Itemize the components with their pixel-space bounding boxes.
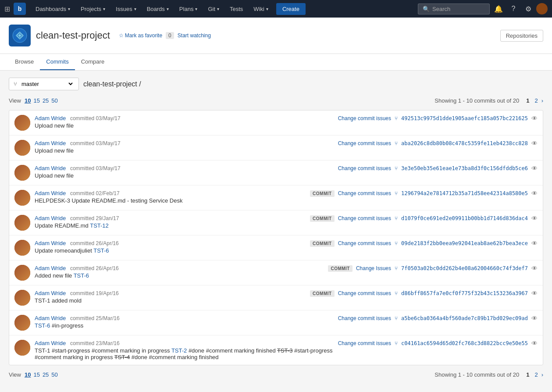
search-input[interactable]	[432, 6, 485, 12]
view-15-link[interactable]: 15	[33, 97, 39, 104]
watch-commit-icon[interactable]: 👁	[531, 340, 538, 347]
nav-plans[interactable]: Plans ▾	[175, 0, 202, 18]
next-page-icon[interactable]: ›	[541, 97, 543, 104]
commit-author-link[interactable]: Adam Wride	[35, 215, 66, 221]
commit-hash-icon: ⑂	[395, 265, 398, 271]
commit-author-link[interactable]: Adam Wride	[35, 265, 66, 271]
view-25-link[interactable]: 25	[43, 97, 49, 104]
change-commit-link[interactable]: Change commit issues	[338, 290, 391, 296]
change-commit-link[interactable]: Change commit issues	[338, 340, 391, 346]
change-commit-link[interactable]: Change commit issues	[338, 140, 391, 146]
grid-icon[interactable]: ⊞	[4, 5, 10, 13]
nav-boards[interactable]: Boards ▾	[142, 0, 173, 18]
issue-link[interactable]: TST-2	[171, 347, 187, 354]
next-page-icon-bottom[interactable]: ›	[541, 371, 543, 378]
change-commit-link[interactable]: Change Issues	[356, 265, 391, 271]
commit-hash-link[interactable]: 7f0503a02bc0dd262b4e08a62004660c74f3def7	[401, 265, 528, 271]
commit-author-link[interactable]: Adam Wride	[35, 315, 66, 321]
user-avatar[interactable]	[536, 3, 548, 14]
repositories-button[interactable]: Repositories	[500, 30, 543, 42]
tab-compare[interactable]: Compare	[75, 54, 110, 70]
commit-info: Adam Wride committed 26/Apr/16 Added new…	[35, 265, 324, 279]
chevron-down-icon: ▾	[103, 7, 105, 11]
commit-hash-icon: ⑂	[395, 240, 398, 246]
start-watching-link[interactable]: Start watching	[178, 32, 211, 39]
commit-hash-link[interactable]: a5be6cba0364a4bf560ade7c89b17bd029ec09ad	[401, 315, 528, 321]
view-label-bottom: View	[9, 371, 21, 378]
view-50-link[interactable]: 50	[51, 97, 57, 104]
branch-selector[interactable]: ⑂ master develop	[9, 78, 79, 90]
page-1-link[interactable]: 1	[524, 96, 531, 105]
project-actions: ☆ Mark as favorite 0 Start watching	[119, 32, 211, 39]
notifications-icon[interactable]: 🔔	[491, 2, 506, 16]
search-bar[interactable]: 🔍	[418, 4, 490, 14]
view-50-link-bottom[interactable]: 50	[51, 371, 57, 378]
commit-date: committed 03/May/17	[70, 165, 121, 171]
commit-author-link[interactable]: Adam Wride	[35, 240, 66, 246]
nav-wiki[interactable]: Wiki ▾	[249, 0, 273, 18]
watch-commit-icon[interactable]: 👁	[531, 240, 538, 247]
nav-git[interactable]: Git ▾	[203, 0, 224, 18]
issue-link[interactable]: TST-6	[35, 322, 50, 329]
commit-hash-link[interactable]: 09de2183f2bb0eea9e92041eab8ae62b7bea3ece	[401, 240, 528, 246]
commit-hash-link[interactable]: 492513c9975d1dde1905aaefc185a057bc221625	[401, 115, 528, 121]
watch-commit-icon[interactable]: 👁	[531, 190, 538, 197]
commit-author-link[interactable]: Adam Wride	[35, 165, 66, 171]
commit-author-link[interactable]: Adam Wride	[35, 115, 66, 121]
commit-author-link[interactable]: Adam Wride	[35, 290, 66, 296]
tab-commits[interactable]: Commits	[40, 54, 75, 70]
issue-link[interactable]: TST-6	[93, 247, 109, 254]
change-commit-link[interactable]: Change commit issues	[338, 115, 391, 121]
commit-author-link[interactable]: Adam Wride	[35, 190, 66, 196]
settings-icon[interactable]: ⚙	[521, 2, 535, 16]
help-icon[interactable]: ?	[506, 2, 520, 16]
app-logo[interactable]: b	[14, 3, 26, 15]
nav-dashboards[interactable]: Dashboards ▾	[31, 0, 75, 18]
watch-commit-icon[interactable]: 👁	[531, 315, 538, 322]
watch-commit-icon[interactable]: 👁	[531, 265, 538, 272]
commit-badge: COMMIT	[310, 190, 335, 197]
tab-browse[interactable]: Browse	[9, 54, 40, 70]
watch-commit-icon[interactable]: 👁	[531, 215, 538, 222]
commit-hash-link[interactable]: d86bff8657fa7e0cf0f775f32b43c153236a3967	[401, 290, 528, 296]
change-commit-link[interactable]: Change commit issues	[338, 240, 391, 246]
commit-hash-link[interactable]: d1079f0ce691ed2e09911b00bb1d7146d836dac4	[401, 215, 528, 221]
nav-tests[interactable]: Tests	[225, 0, 247, 18]
commit-author-link[interactable]: Adam Wride	[35, 140, 66, 146]
chevron-down-icon: ▾	[195, 7, 197, 11]
nav-projects[interactable]: Projects ▾	[76, 0, 110, 18]
nav-issues[interactable]: Issues ▾	[111, 0, 141, 18]
branch-dropdown[interactable]: master develop	[20, 80, 74, 88]
commit-hash-link[interactable]: 3e3e50eb35e61eae1e73ba8d3f0c156dfddb5ce6	[401, 165, 528, 171]
view-25-link-bottom[interactable]: 25	[43, 371, 49, 378]
watch-commit-icon[interactable]: 👁	[531, 290, 538, 297]
page-2-link-bottom[interactable]: 2	[533, 371, 539, 379]
create-button[interactable]: Create	[276, 3, 306, 15]
view-15-link-bottom[interactable]: 15	[33, 371, 39, 378]
view-10-link-bottom[interactable]: 10	[25, 371, 31, 378]
commit-hash-link[interactable]: c04161ac6594d65d02fc768c3d8822bcc9e50e55	[401, 340, 528, 346]
change-commit-link[interactable]: Change commit issues	[338, 315, 391, 321]
view-10-link[interactable]: 10	[25, 97, 31, 104]
change-commit-link[interactable]: Change commit issues	[338, 190, 391, 196]
avatar	[14, 290, 30, 306]
commit-hash-link[interactable]: 1296794a2e7814712b35a71d58ee42314a8580e5	[401, 190, 528, 196]
page-1-link-bottom[interactable]: 1	[524, 371, 531, 379]
mark-favorite-link[interactable]: ☆ Mark as favorite	[119, 32, 162, 39]
commit-message: TST-6 #in-progress	[35, 322, 334, 329]
branch-icon: ⑂	[14, 81, 17, 87]
strikethrough-link-label: TST-3	[277, 347, 292, 354]
issue-link[interactable]: TST-6	[74, 272, 89, 279]
watch-commit-icon[interactable]: 👁	[531, 140, 538, 147]
watch-commit-icon[interactable]: 👁	[531, 115, 538, 122]
commit-info: Adam Wride committed 19/Apr/16 TST-1 add…	[35, 290, 306, 304]
change-commit-link[interactable]: Change commit issues	[338, 215, 391, 221]
commit-message: Upload new file	[35, 147, 334, 154]
change-commit-link[interactable]: Change commit issues	[338, 165, 391, 171]
commit-author-link[interactable]: Adam Wride	[35, 340, 66, 346]
avatar	[14, 165, 30, 181]
page-2-link[interactable]: 2	[533, 96, 539, 105]
commit-hash-link[interactable]: aba2026c8db80b08c478c5359fe11eb4238cc828	[401, 140, 528, 146]
issue-link[interactable]: TST-12	[90, 222, 109, 229]
watch-commit-icon[interactable]: 👁	[531, 165, 538, 172]
